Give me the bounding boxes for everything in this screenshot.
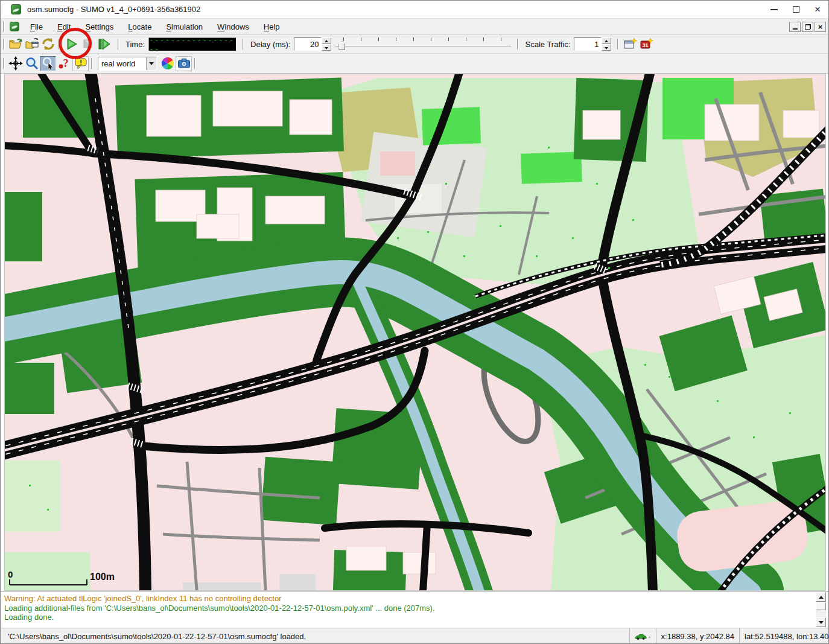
zoom-button[interactable] (24, 56, 40, 71)
scale-traffic-input[interactable] (574, 37, 602, 51)
toolbar-gripper[interactable] (617, 39, 619, 49)
play-button[interactable] (63, 37, 79, 52)
scale-zero-label: 0 (8, 569, 13, 579)
menu-settings[interactable]: Settings (78, 20, 121, 34)
delay-increment-button[interactable] (322, 37, 331, 44)
mdi-restore-button[interactable] (802, 22, 813, 32)
close-button[interactable]: × (807, 1, 828, 18)
delay-spinbox (294, 37, 331, 51)
map-canvas[interactable]: 0 100m (5, 74, 825, 590)
time-label: Time: (125, 40, 145, 49)
tooltip-toggle-button[interactable]: ! (72, 56, 89, 71)
color-scheme-value: real world (98, 59, 146, 68)
new-view-button[interactable] (621, 37, 638, 52)
toolbar-gripper[interactable] (194, 58, 196, 69)
locate-cursor-button[interactable] (40, 56, 56, 71)
chevron-down-icon (149, 62, 154, 65)
car-icon (635, 633, 647, 640)
toolbar-gripper[interactable] (517, 39, 519, 49)
view-toolbar: ? ! real world (1, 54, 828, 74)
toolbar-gripper[interactable] (3, 21, 5, 32)
reload-button[interactable] (40, 37, 56, 52)
color-scheme-dropdown[interactable]: real world (98, 57, 157, 71)
tooltip-bubble-icon: ! (74, 56, 88, 71)
minimize-button[interactable] (763, 1, 785, 18)
vehicle-indicator[interactable]: - (629, 628, 656, 644)
svg-text:!: ! (80, 59, 82, 66)
mdi-minimize-button[interactable] (789, 22, 801, 32)
delay-input[interactable] (294, 37, 322, 51)
locate-cursor-icon (41, 56, 56, 71)
menu-bar: File Edit Settings Locate Simulation Win… (1, 19, 828, 35)
time-display: ------------------ (148, 37, 237, 51)
menu-windows[interactable]: Windows (210, 20, 256, 34)
color-wheel-icon (160, 56, 175, 71)
recenter-icon (8, 56, 23, 71)
cursor-xy-readout: x:1889.38, y:2042.84 (656, 628, 739, 644)
scroll-down-button[interactable] (816, 617, 826, 627)
scale-traffic-spinbox (574, 37, 611, 51)
step-button[interactable] (95, 37, 112, 52)
delay-decrement-button[interactable] (322, 44, 331, 51)
breakpoints-icon: 31 (639, 37, 653, 51)
map-viewport[interactable]: 0 100m (4, 74, 826, 591)
step-icon (97, 37, 111, 51)
scroll-up-button[interactable] (816, 592, 826, 602)
maximize-button[interactable] (785, 1, 807, 18)
toolbar-gripper[interactable] (3, 39, 5, 49)
recenter-view-button[interactable] (7, 56, 24, 71)
cursor-latlon-readout: lat:52.519488, lon:13.400193 (739, 628, 828, 644)
help-red-icon: ? (57, 56, 72, 71)
scale-distance-label: 100m (90, 572, 115, 582)
mdi-close-button[interactable]: × (815, 22, 826, 32)
snapshot-camera-icon (177, 56, 191, 71)
sumo-main-window: osm.sumocfg - SUMO v1_4_0+0691-356a36190… (0, 0, 829, 644)
simulation-toolbar: Time: ------------------ Delay (ms): Sca… (1, 35, 828, 54)
open-simulation-icon (8, 37, 23, 51)
menu-locate[interactable]: Locate (121, 20, 159, 34)
scale-traffic-increment-button[interactable] (602, 37, 611, 44)
status-bar: 'C:\Users\bans_ol\Documents\sumo\tools\2… (1, 628, 828, 644)
open-simulation-button[interactable] (7, 37, 24, 52)
edit-coloring-button[interactable] (159, 56, 176, 71)
scale-traffic-label: Scale Traffic: (525, 40, 570, 49)
menu-simulation[interactable]: Simulation (159, 20, 210, 34)
toolbar-gripper[interactable] (59, 39, 60, 49)
open-network-button[interactable] (24, 37, 40, 52)
scrollbar-thumb[interactable] (816, 602, 826, 610)
toolbar-gripper[interactable] (3, 58, 5, 69)
log-scrollbar[interactable] (816, 592, 826, 627)
sumo-logo-icon (11, 4, 21, 14)
stop-icon (80, 37, 95, 51)
menu-edit[interactable]: Edit (50, 20, 78, 34)
toolbar-gripper[interactable] (91, 58, 93, 69)
stop-button[interactable] (79, 37, 95, 52)
scale-traffic-decrement-button[interactable] (602, 44, 611, 51)
breakpoints-button[interactable]: 31 (638, 37, 654, 52)
dropdown-arrow-button[interactable] (146, 57, 156, 70)
status-message: 'C:\Users\bans_ol\Documents\sumo\tools\2… (8, 632, 306, 641)
menu-help[interactable]: Help (256, 20, 287, 34)
snapshot-button[interactable] (176, 56, 192, 71)
play-icon (64, 37, 78, 51)
title-bar: osm.sumocfg - SUMO v1_4_0+0691-356a36190… (1, 1, 828, 19)
new-view-icon (623, 37, 637, 51)
window-title: osm.sumocfg - SUMO v1_4_0+0691-356a36190… (27, 5, 200, 14)
svg-text:?: ? (63, 57, 68, 69)
menu-file[interactable]: File (23, 20, 50, 34)
locate-help-button[interactable]: ? (56, 56, 72, 71)
toolbar-gripper[interactable] (118, 39, 119, 49)
zoom-icon (25, 56, 39, 71)
delay-slider-thumb[interactable] (338, 41, 345, 50)
log-line: Loading additional-files from 'C:\Users\… (4, 604, 813, 613)
delay-slider[interactable] (335, 36, 511, 52)
delay-label: Delay (ms): (250, 40, 290, 49)
vehicle-badge: - (649, 633, 651, 641)
message-log[interactable]: Warning: At actuated tlLogic 'joinedS_0'… (1, 591, 828, 628)
reload-icon (41, 37, 56, 51)
svg-text:31: 31 (642, 42, 648, 48)
open-network-icon (25, 37, 39, 51)
log-line: Loading done. (4, 613, 813, 622)
toolbar-gripper[interactable] (243, 39, 244, 49)
sumo-logo-icon (10, 22, 19, 31)
